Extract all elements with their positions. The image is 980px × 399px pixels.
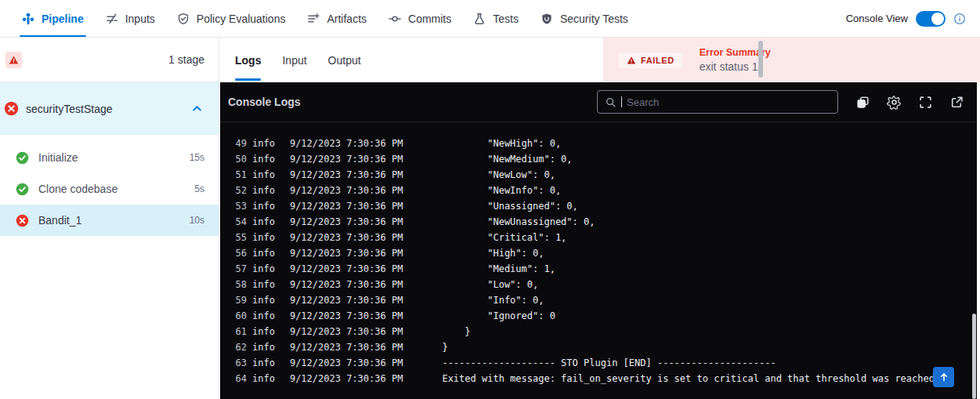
error-summary-strip: FAILED Error Summary exit status 1 [603, 38, 980, 82]
log-timestamp: 9/12/2023 7:30:36 PM [290, 245, 403, 261]
tests-icon [473, 13, 486, 25]
text-caret [621, 96, 622, 107]
log-timestamp: 9/12/2023 7:30:36 PM [290, 136, 403, 151]
tab-policy-evaluations[interactable]: Policy Evaluations [177, 0, 286, 37]
open-in-new-icon[interactable] [949, 95, 964, 110]
step-name: Initialize [38, 151, 78, 164]
step-duration: 15s [190, 152, 204, 163]
stage-name: securityTestStage [26, 103, 113, 115]
log-message: "Ignored": 0 [442, 308, 555, 324]
tab-tests[interactable]: Tests [473, 0, 519, 37]
console-logs-panel: Console Logs [220, 82, 977, 399]
log-message: "NewMedium": 0, [442, 151, 572, 167]
log-level: info [252, 292, 275, 308]
log-line-number: 59 [220, 292, 247, 308]
nav-item-label: Policy Evaluations [197, 13, 286, 25]
nav-item-label: Commits [408, 13, 451, 25]
tab-logs[interactable]: Logs [235, 38, 261, 82]
nav-item-label: Tests [493, 13, 519, 25]
log-timestamp: 9/12/2023 7:30:36 PM [290, 355, 403, 371]
copy-icon[interactable] [855, 95, 870, 110]
log-line-number: 49 [220, 136, 247, 151]
nav-item-label: Pipeline [42, 13, 84, 25]
log-line: 53info9/12/2023 7:30:36 PM "Unassigned":… [220, 198, 977, 214]
nav-item-label: Artifacts [327, 13, 367, 25]
log-message: "NewLow": 0, [442, 167, 555, 183]
log-timestamp: 9/12/2023 7:30:36 PM [290, 308, 403, 324]
tab-commits[interactable]: Commits [389, 0, 451, 37]
detail-tabs: Logs Input Output [220, 38, 603, 82]
log-timestamp: 9/12/2023 7:30:36 PM [290, 339, 403, 355]
console-view-toggle[interactable] [916, 11, 946, 27]
log-timestamp: 9/12/2023 7:30:36 PM [290, 371, 403, 386]
log-line: 57info9/12/2023 7:30:36 PM "Medium": 1, [220, 261, 977, 277]
log-line-number: 53 [220, 198, 247, 214]
log-level: info [252, 355, 275, 371]
log-timestamp: 9/12/2023 7:30:36 PM [290, 151, 403, 167]
artifacts-icon [307, 13, 320, 25]
info-icon[interactable] [953, 13, 966, 25]
log-message: Exited with message: fail_on_severity is… [442, 371, 935, 386]
step-name: Clone codebase [38, 183, 118, 195]
log-message: "NewHigh": 0, [442, 136, 561, 151]
top-navigation: Pipeline Inputs Policy Evaluations Artif… [0, 0, 980, 38]
fullscreen-icon[interactable] [918, 95, 933, 110]
log-message: "Info": 0, [442, 292, 544, 308]
failed-status-icon [16, 214, 29, 227]
log-line-number: 55 [220, 230, 247, 245]
warning-badge[interactable] [5, 52, 22, 68]
log-level: info [252, 151, 275, 167]
success-status-icon [16, 183, 29, 196]
console-scrollbar-thumb[interactable] [972, 314, 976, 399]
scroll-to-top-button[interactable] [933, 367, 954, 387]
step-initialize[interactable]: Initialize 15s [0, 142, 219, 173]
tab-label: Output [328, 54, 361, 67]
step-bandit-1[interactable]: Bandit_1 10s [0, 205, 219, 236]
chevron-up-icon[interactable] [191, 103, 203, 114]
log-line: 55info9/12/2023 7:30:36 PM "Critical": 1… [220, 230, 977, 245]
console-header-icons [855, 95, 964, 110]
tab-label: Logs [235, 54, 261, 67]
pipeline-icon [22, 13, 34, 25]
error-strip-scrollbar[interactable] [758, 41, 763, 78]
log-level: info [252, 277, 275, 292]
log-message: "NewUnassigned": 0, [442, 214, 595, 230]
stage-row-securityteststage[interactable]: securityTestStage [0, 82, 219, 135]
log-message: "NewInfo": 0, [442, 183, 561, 198]
tab-input[interactable]: Input [282, 38, 306, 82]
log-line: 59info9/12/2023 7:30:36 PM "Info": 0, [220, 292, 977, 308]
tab-output[interactable]: Output [328, 38, 361, 82]
nav-item-label: Inputs [125, 13, 155, 25]
tab-security-tests[interactable]: Security Tests [541, 0, 628, 37]
commits-icon [389, 13, 401, 25]
log-line: 58info9/12/2023 7:30:36 PM "Low": 0, [220, 277, 977, 292]
log-level: info [252, 136, 275, 151]
log-timestamp: 9/12/2023 7:30:36 PM [290, 198, 403, 214]
settings-gear-icon[interactable] [887, 95, 902, 110]
log-line-number: 58 [220, 277, 247, 292]
log-message: "Unassigned": 0, [442, 198, 577, 214]
tab-inputs[interactable]: Inputs [106, 0, 155, 37]
tab-artifacts[interactable]: Artifacts [307, 0, 367, 37]
log-line: 51info9/12/2023 7:30:36 PM "NewLow": 0, [220, 167, 977, 183]
console-title: Console Logs [228, 96, 301, 108]
log-level: info [252, 339, 275, 355]
log-level: info [252, 214, 275, 230]
search-input[interactable] [627, 96, 830, 108]
step-clone-codebase[interactable]: Clone codebase 5s [0, 173, 219, 205]
log-line-number: 63 [220, 355, 247, 371]
log-search-box[interactable] [597, 90, 838, 114]
log-line: 49info9/12/2023 7:30:36 PM "NewHigh": 0, [220, 136, 977, 151]
tab-pipeline[interactable]: Pipeline [22, 0, 84, 37]
log-message: "Critical": 1, [442, 230, 566, 245]
log-message: -------------------- STO Plugin [END] --… [442, 355, 776, 371]
security-tests-icon [541, 13, 553, 25]
log-line: 62info9/12/2023 7:30:36 PM} [220, 339, 977, 355]
log-line-number: 54 [220, 214, 247, 230]
log-level: info [252, 230, 275, 245]
log-timestamp: 9/12/2023 7:30:36 PM [290, 167, 403, 183]
failed-badge-label: FAILED [641, 56, 674, 65]
log-level: info [252, 324, 275, 339]
log-timestamp: 9/12/2023 7:30:36 PM [290, 324, 403, 339]
log-line-number: 50 [220, 151, 247, 167]
